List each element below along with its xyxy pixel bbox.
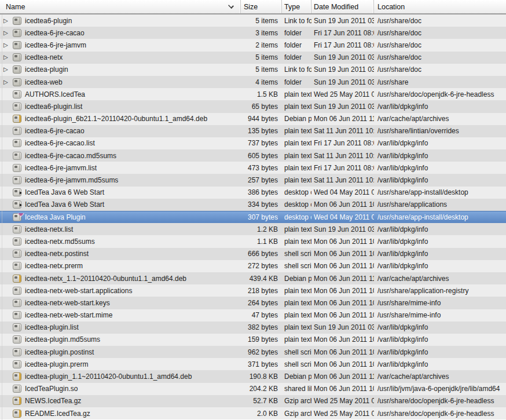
table-row[interactable]: icedtea-netx5 itemsfolderSun 19 Jun 2011… — [0, 52, 506, 64]
file-icon — [13, 152, 21, 160]
name-cell: AUTHORS.IcedTea — [0, 90, 241, 98]
expander-icon[interactable] — [3, 67, 13, 72]
column-header-type[interactable]: Type — [282, 0, 311, 13]
column-header-name[interactable]: Name — [0, 0, 241, 13]
file-name: IcedTea Java 6 Web Start — [25, 200, 104, 209]
table-row[interactable]: icedtea-netx.postinst666 bytesshell scri… — [0, 248, 506, 260]
size-cell: 264 bytes — [241, 299, 282, 307]
table-row[interactable]: icedtea-6-jre-cacao.list737 bytesplain t… — [0, 137, 506, 149]
table-row[interactable]: icedtea-6-jre-jamvm2 itemsfolderFri 17 J… — [0, 39, 506, 51]
table-row[interactable]: NEWS.IcedTea.gz52.7 KBGzip archivWed 25 … — [0, 395, 506, 407]
location-cell: /var/lib/dpkg/info — [374, 262, 506, 270]
table-row[interactable]: icedtea-6-jre-cacao135 bytesplain textSa… — [0, 125, 506, 137]
location-cell: /usr/share/doc/openjdk-6-jre-headless — [374, 90, 506, 98]
type-cell: plain text — [282, 152, 311, 160]
column-header-date-modified[interactable]: Date Modified — [311, 0, 374, 13]
file-name: icedtea6-plugin — [25, 17, 72, 25]
column-label: Size — [244, 3, 258, 11]
table-row[interactable]: icedtea6-plugin_6b21.1~20110420-0ubuntu1… — [0, 113, 506, 125]
table-row[interactable]: icedtea-6-jre-jamvm.md5sums257 bytesplai… — [0, 174, 506, 186]
table-row[interactable]: icedtea-netx-web-start.keys264 bytesplai… — [0, 297, 506, 309]
file-name: icedtea-6-jre-jamvm.list — [25, 164, 97, 172]
size-cell: 159 bytes — [241, 335, 282, 344]
table-row[interactable]: IcedTea Java 6 Web Start386 bytesdesktop… — [0, 187, 506, 199]
expander-icon[interactable] — [3, 18, 13, 24]
size-cell: 605 bytes — [241, 152, 282, 160]
location-cell: /usr/share/app-install/desktop — [374, 188, 506, 196]
table-row[interactable]: icedtea-6-jre-cacao.md5sums605 bytesplai… — [0, 149, 506, 162]
location-cell: /var/lib/dpkg/info — [374, 139, 506, 147]
size-cell: 2 items — [241, 41, 282, 49]
plugin-icon — [13, 213, 21, 221]
table-row[interactable]: icedtea-6-jre-jamvm.list473 bytesplain t… — [0, 162, 506, 174]
table-row[interactable]: icedtea-netx.list1.2 KBplain textSun 19 … — [0, 223, 506, 235]
size-cell: 5 items — [241, 53, 282, 61]
file-name: icedtea-plugin.list — [25, 323, 79, 331]
name-cell: icedtea-6-jre-jamvm.list — [0, 164, 241, 172]
expander-icon[interactable] — [3, 30, 13, 36]
location-cell: /usr/share/doc/openjdk-6-jre-headless — [374, 397, 506, 405]
name-cell: icedtea-netx.list — [0, 225, 241, 233]
type-cell: plain text — [282, 127, 311, 135]
name-cell: NEWS.IcedTea.gz — [0, 397, 241, 405]
file-name: icedtea-plugin_1.1~20110420-0ubuntu1.1_a… — [25, 372, 192, 381]
table-row[interactable]: icedtea-plugin5 itemsLink to folSun 19 J… — [0, 64, 506, 76]
table-row[interactable]: icedtea-plugin.md5sums159 bytesplain tex… — [0, 334, 506, 346]
table-row[interactable]: icedtea-web4 itemsfolderSun 19 Jun 2011 … — [0, 76, 506, 88]
table-row[interactable]: icedtea-netx-web-start.mime47 bytesplain… — [0, 309, 506, 322]
table-row[interactable]: icedtea-6-jre-cacao3 itemsfolderFri 17 J… — [0, 27, 506, 39]
table-row[interactable]: icedtea-plugin.list382 bytesplain textSu… — [0, 322, 506, 334]
table-row[interactable]: icedtea6-plugin.list65 bytesplain textSu… — [0, 100, 506, 112]
file-name: icedtea-netx — [25, 53, 63, 61]
type-cell: Link to fol — [282, 17, 311, 25]
column-label: Date Modified — [314, 3, 358, 11]
file-icon — [13, 139, 21, 147]
date-modified-cell: Sun 19 Jun 2011 03:4 — [311, 78, 374, 86]
table-row[interactable]: Icedtea Java Plugin307 bytesdesktop coWe… — [0, 211, 506, 223]
table-row[interactable]: README.IcedTea.gz2.0 KBGzip archivWed 25… — [0, 407, 506, 419]
location-cell: /var/cache/apt/archives — [374, 115, 506, 123]
archive-icon — [13, 397, 21, 405]
table-row[interactable]: icedtea-netx_1.1~20110420-0ubuntu1.1_amd… — [0, 272, 506, 284]
table-row[interactable]: icedtea6-plugin5 itemsLink to folSun 19 … — [0, 14, 506, 27]
date-modified-cell: Mon 06 Jun 2011 10: — [311, 287, 374, 295]
column-header: Name Size Type Date Modified Location — [0, 0, 506, 14]
file-name: icedtea-netx.md5sums — [25, 238, 95, 246]
expander-icon[interactable] — [3, 42, 13, 48]
date-modified-cell: Wed 25 May 2011 06 — [311, 90, 374, 98]
date-modified-cell: Wed 25 May 2011 06 — [311, 410, 374, 418]
date-modified-cell: Mon 06 Jun 2011 10: — [311, 335, 374, 344]
table-row[interactable]: icedtea-netx.md5sums1.1 KBplain textMon … — [0, 235, 506, 247]
table-row[interactable]: icedtea-plugin.prerm371 bytesshell scrip… — [0, 358, 506, 370]
type-cell: folder — [282, 29, 311, 37]
size-cell: 386 bytes — [241, 188, 282, 196]
type-cell: plain text — [282, 311, 311, 319]
file-icon — [13, 90, 21, 98]
location-cell: /usr/share/applications — [374, 200, 506, 209]
table-row[interactable]: icedtea-plugin_1.1~20110420-0ubuntu1.1_a… — [0, 370, 506, 382]
file-name: icedtea-plugin — [25, 65, 68, 74]
expander-icon[interactable] — [3, 79, 13, 85]
chevron-down-icon[interactable] — [228, 3, 234, 9]
type-cell: folder — [282, 53, 311, 61]
column-header-location[interactable]: Location — [374, 0, 506, 13]
file-name: icedtea-6-jre-cacao.md5sums — [25, 152, 116, 160]
table-row[interactable]: icedtea-netx-web-start.applications218 b… — [0, 284, 506, 297]
file-icon — [13, 323, 21, 331]
file-name: README.IcedTea.gz — [25, 410, 90, 418]
table-row[interactable]: icedtea-netx.prerm272 bytesshell scripMo… — [0, 260, 506, 272]
file-name: icedtea-6-jre-jamvm — [25, 41, 86, 49]
file-icon — [13, 360, 21, 368]
table-row[interactable]: IcedTea Java 6 Web Start334 bytesdesktop… — [0, 199, 506, 211]
file-name: icedtea6-plugin_6b21.1~20110420-0ubuntu1… — [25, 115, 207, 123]
expander-icon[interactable] — [3, 54, 13, 60]
table-row[interactable]: AUTHORS.IcedTea1.5 KBplain textWed 25 Ma… — [0, 88, 506, 100]
size-cell: 1.1 KB — [241, 238, 282, 246]
table-row[interactable]: icedtea-plugin.postinst962 bytesshell sc… — [0, 346, 506, 358]
type-cell: desktop co — [282, 200, 311, 209]
table-row[interactable]: IcedTeaPlugin.so204.2 KBshared librMon 0… — [0, 383, 506, 395]
date-modified-cell: Sat 11 Jun 2011 10:5 — [311, 176, 374, 184]
file-name: icedtea-netx.list — [25, 225, 73, 233]
column-header-size[interactable]: Size — [241, 0, 282, 13]
type-cell: plain text — [282, 287, 311, 295]
